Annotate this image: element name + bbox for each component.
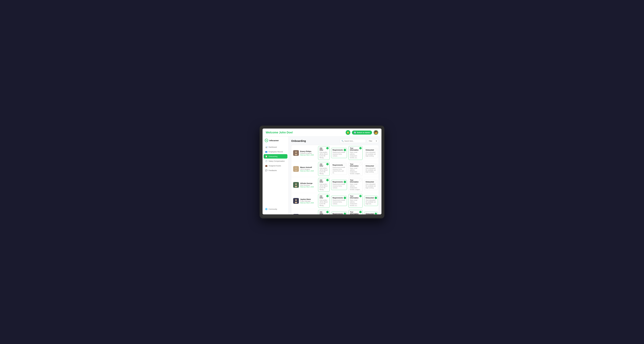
sidebar-item-onboarding[interactable]: 📋 Onboarding (264, 154, 288, 159)
svg-point-4 (295, 152, 297, 153)
sidebar-item-salary-compensation[interactable]: 🕐 Salary Compensation (264, 159, 288, 163)
employee-cell: Lydia Calzoni Web Developer Hired as of … (291, 212, 317, 214)
step-cell-3: Onboarded Once onboarded, the candidate … (363, 179, 379, 191)
step-cell-0: Job Offer A job position will be offered… (317, 177, 330, 193)
avatar[interactable]: 🧑 (374, 130, 378, 135)
nav-items: 📊 Dashboard 👥 Employees Record 📋 Onboard… (262, 145, 288, 206)
chevron-down-icon: ▼ (376, 140, 377, 142)
step-card-2[interactable]: Your Information Name, email address, em… (348, 194, 362, 208)
employee-avatar (293, 182, 299, 188)
step-title: Requirements (332, 149, 346, 151)
employee-hired: Hired as of Nov 3, 2023 (300, 154, 314, 156)
employee-info: Emery Philips Software Engineer Hired as… (300, 150, 314, 156)
assets-icon: 💼 (265, 165, 267, 167)
sidebar-item-feedbacks[interactable]: 💬 Feedbacks (264, 168, 288, 172)
sidebar-item-assigned-assets[interactable]: 💼 Assigned Assets (264, 164, 288, 168)
employees-icon: 👥 (265, 151, 267, 153)
search-box[interactable]: 🔍 (340, 139, 366, 143)
employee-info: Lydia Calzoni Web Developer Hired as of … (300, 214, 314, 214)
step-card-3[interactable]: Onboarded Once onboarded, the candidate … (364, 212, 378, 214)
step-card-3[interactable]: Onboarded Once onboarded, the candidate … (364, 180, 378, 190)
step-cell-1: Requirements Requirements include insura… (330, 147, 348, 159)
step-desc: Requirements include insurance forms, co… (332, 152, 346, 157)
header-right: 🔔 🔄 Switch to Admin 🧑 (346, 130, 378, 135)
step-cell-3: Onboarded Once onboarded, the candidate … (363, 211, 379, 214)
app-header: Welcome John Doe! 🔔 🔄 Switch to Admin 🧑 (262, 129, 382, 137)
step-cell-0: Job Offer A job position will be offered… (317, 145, 330, 161)
sidebar-label-employees: Employees Record (268, 151, 283, 153)
step-card-0[interactable]: Job Offer A job position will be offered… (318, 162, 330, 176)
sidebar-item-dashboard[interactable]: 📊 Dashboard (264, 145, 288, 149)
sidebar-item-employees-record[interactable]: 👥 Employees Record (264, 150, 288, 154)
step-card-1[interactable]: Requirements Requirements include insura… (331, 180, 347, 190)
employee-hired: Hired as of Nov 3, 2023 (300, 202, 314, 204)
step-desc: Requirements include insurance forms, co… (332, 199, 346, 205)
step-check-icon: ✓ (326, 211, 329, 213)
content-area: Onboarding 🔍 Filter ▼ (288, 137, 382, 214)
employee-avatar (293, 198, 299, 204)
step-desc: A job position will be offered by the HR… (320, 152, 328, 159)
step-cell-2: Your Information Name, email address, em… (348, 177, 363, 193)
step-card-2[interactable]: Your Information Name, email address, em… (348, 162, 362, 176)
step-cell-2: Your Information Name, email address, em… (348, 161, 363, 177)
onboarding-table: Emery Philips Software Engineer Hired as… (291, 145, 379, 214)
step-card-2[interactable]: Your Information Name, email address, em… (348, 146, 362, 160)
step-card-1[interactable]: Requirements Requirements include insura… (331, 196, 347, 206)
step-desc: Requirements include insurance forms, co… (332, 167, 346, 174)
step-card-2[interactable]: Your Information Name, email address, em… (348, 210, 362, 214)
step-desc: Name, email address, employment function… (350, 183, 361, 191)
step-desc: Name, email address, employment function… (350, 152, 361, 159)
filter-label: Filter (369, 140, 372, 142)
sidebar-item-community[interactable]: 🌐 Community (264, 207, 288, 211)
step-cell-1: Requirements Requirements include insura… (330, 195, 348, 207)
step-card-1[interactable]: Requirements Requirements include insura… (331, 163, 347, 175)
filter-dropdown[interactable]: Filter ▼ (367, 139, 379, 143)
sidebar-label-assets: Assigned Assets (268, 165, 281, 167)
step-card-3[interactable]: Onboarded Once onboarded, the candidate … (364, 196, 378, 206)
employee-name: Lydia Calzoni (300, 214, 314, 214)
step-cell-3: Onboarded Once onboarded, the candidate … (363, 147, 379, 159)
search-input[interactable] (344, 140, 364, 142)
step-check-icon: ✓ (326, 147, 329, 149)
switch-to-admin-button[interactable]: 🔄 Switch to Admin (352, 131, 372, 135)
feedbacks-icon: 💬 (265, 169, 267, 172)
table-row: Emery Philips Software Engineer Hired as… (291, 145, 379, 161)
step-desc: Name, email address, employment function… (350, 168, 361, 175)
step-card-1[interactable]: Requirements Requirements include insura… (331, 148, 347, 158)
svg-point-10 (295, 170, 297, 171)
step-check-icon: ✓ (359, 195, 362, 197)
employee-info: Alfredo George Web Developer Hired as of… (300, 182, 314, 188)
step-check-icon: ✓ (326, 179, 329, 181)
welcome-title: Welcome John Doe! (266, 131, 293, 134)
table-row: Lydia Calzoni Web Developer Hired as of … (291, 209, 379, 214)
step-cell-3: Onboarded Once onboarded, the candidate … (363, 195, 379, 207)
logo-area: Infocareer (262, 139, 288, 145)
step-check-icon: ✓ (359, 211, 362, 213)
svg-point-14 (295, 183, 297, 185)
main-content: Onboarding 🔍 Filter ▼ (288, 137, 382, 214)
step-card-2[interactable]: Your Information Name, email address, em… (348, 178, 362, 192)
svg-point-9 (295, 168, 297, 169)
employee-role: Software Engineer (300, 153, 314, 154)
step-card-0[interactable]: Job Offer A job position will be offered… (318, 146, 330, 160)
sidebar-label-feedbacks: Feedbacks (268, 170, 277, 172)
step-check-icon: ✓ (326, 195, 329, 197)
step-card-0[interactable]: Job Offer A job position will be offered… (318, 178, 330, 192)
employee-name: Jaydon Bator (300, 198, 314, 200)
step-cell-3: Onboarded Once onboarded, the candidate … (363, 163, 379, 175)
step-desc: Once onboarded, the candidate can begin … (366, 183, 376, 189)
search-icon: 🔍 (342, 140, 344, 142)
svg-point-19 (295, 199, 297, 201)
step-card-3[interactable]: Onboarded Once onboarded, the candidate … (364, 164, 378, 174)
notification-bell[interactable]: 🔔 (346, 130, 350, 135)
step-card-0[interactable]: Job Offer A job position will be offered… (318, 210, 330, 214)
step-check-icon: ✓ (344, 149, 346, 151)
employee-avatar (293, 150, 299, 156)
step-check-icon (344, 164, 346, 166)
step-desc: Once onboarded, the candidate can begin … (366, 168, 376, 173)
step-check-icon: ✓ (326, 163, 329, 165)
step-cell-0: Job Offer A job position will be offered… (317, 161, 330, 177)
step-card-3[interactable]: Onboarded Once onboarded, the candidate … (364, 148, 378, 158)
step-card-0[interactable]: Job Offer A job position will be offered… (318, 194, 330, 208)
step-card-1[interactable]: Requirements Requirements include insura… (331, 212, 347, 214)
